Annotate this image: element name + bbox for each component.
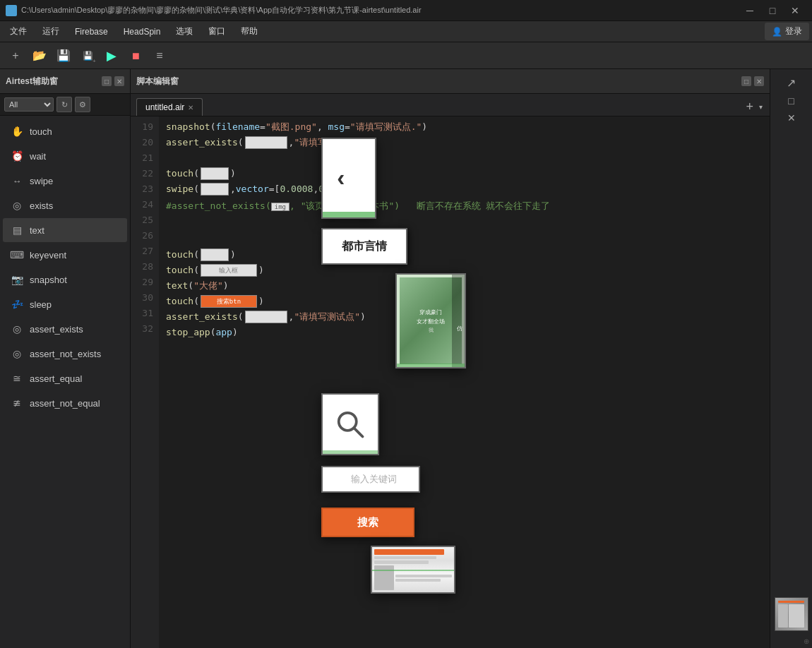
sidebar-item-assert-equal[interactable]: ≅ assert_equal <box>3 366 127 390</box>
close-button[interactable]: ✕ <box>784 0 806 21</box>
thumb-line26[interactable] <box>201 248 229 261</box>
wait-label: wait <box>30 151 46 162</box>
line-num-31: 31 <box>131 306 159 321</box>
tab-untitled[interactable]: untitled.air ✕ <box>136 98 203 116</box>
sidebar-item-exists[interactable]: ◎ exists <box>3 193 127 217</box>
fn-touch-22: touch <box>166 166 193 181</box>
stop-app-param: app <box>215 327 232 337</box>
tab-close-button[interactable]: ✕ <box>188 104 193 112</box>
fn-assert-exists-20: assert_exists <box>166 135 238 150</box>
code-line-19: snapshot(filename="截图.png", msg="请填写测试点.… <box>166 119 770 135</box>
line-num-27: 27 <box>131 244 159 259</box>
editor-panel-title: 脚本编辑窗 <box>136 76 179 88</box>
text-icon: ▤ <box>10 223 24 237</box>
fn-stopapp: stop_app <box>166 327 210 337</box>
sidebar-item-assert-not-exists[interactable]: ◎ assert_not_exists <box>3 342 127 366</box>
code-line-20: assert_exists( , "请填写测试点") <box>166 135 770 150</box>
line-numbers: 19 20 21 22 23 24 25 26 27 28 29 30 31 3… <box>131 116 159 648</box>
tab-add-area: + ▾ <box>743 98 764 116</box>
fn-swipe-23: swipe <box>166 181 193 197</box>
stop-button[interactable]: ⏹ <box>126 46 145 66</box>
line-num-25: 25 <box>131 212 159 228</box>
sidebar-item-snapshot[interactable]: 📷 snapshot <box>3 268 127 292</box>
menu-run[interactable]: 运行 <box>35 23 66 40</box>
menu-window[interactable]: 窗口 <box>201 23 232 40</box>
sidebar-item-keyevent[interactable]: ⌨ keyevent <box>3 243 127 267</box>
saveas-button[interactable]: 💾+ <box>78 46 97 66</box>
code-content[interactable]: snapshot(filename="截图.png", msg="请填写测试点.… <box>159 116 770 648</box>
editor-close-button[interactable]: ✕ <box>754 76 764 86</box>
exists-icon: ◎ <box>10 198 24 212</box>
minimize-button[interactable]: ─ <box>739 0 761 21</box>
maximize-button[interactable]: □ <box>761 0 784 21</box>
line-num-29: 29 <box>131 275 159 290</box>
code-line-25 <box>166 232 770 247</box>
thumb-line20[interactable] <box>245 136 287 149</box>
fn-touch-29: touch <box>166 294 193 309</box>
login-area[interactable]: 👤 登录 <box>765 23 809 40</box>
assert-equal-label: assert_equal <box>30 373 82 384</box>
run-button[interactable]: ▶ <box>102 46 121 66</box>
right-panel-btn2[interactable]: □ <box>787 94 795 108</box>
editor-panel-header: 脚本编辑窗 □ ✕ <box>131 69 770 94</box>
right-thumb-image <box>775 597 808 631</box>
sidebar-item-assert-exists[interactable]: ◎ assert_exists <box>3 317 127 341</box>
right-panel-btn1[interactable]: ↗ <box>785 75 797 91</box>
assert-not-exists-icon: ◎ <box>10 347 24 361</box>
touch-label: touch <box>30 126 52 137</box>
sidebar-item-sleep[interactable]: 💤 sleep <box>3 292 127 316</box>
new-button[interactable]: + <box>6 46 25 66</box>
menu-file[interactable]: 文件 <box>3 23 34 40</box>
code-line-22: touch( ) <box>166 166 770 181</box>
sidebar-close-button[interactable]: ✕ <box>114 76 124 86</box>
thumb-line29[interactable]: 搜索btn <box>201 295 257 308</box>
line-num-26: 26 <box>131 228 159 244</box>
menu-headspin[interactable]: HeadSpin <box>117 24 168 40</box>
save-button[interactable]: 💾 <box>54 46 73 66</box>
editor-panel: 脚本编辑窗 □ ✕ untitled.air ✕ + ▾ 19 20 21 <box>131 69 770 648</box>
filter-refresh-button[interactable]: ↻ <box>56 97 72 112</box>
sidebar-items: ✋ touch ⏰ wait ↔ swipe ◎ exists ▤ text ⌨… <box>0 116 130 648</box>
sidebar-item-assert-not-equal[interactable]: ≇ assert_not_equal <box>3 391 127 415</box>
thumb-line30[interactable] <box>245 311 287 323</box>
code-line-21 <box>166 150 770 166</box>
tab-add-button[interactable]: + <box>743 98 756 116</box>
editor-tabs: untitled.air ✕ + ▾ <box>131 94 770 116</box>
menu-bar: 文件 运行 Firebase HeadSpin 选项 窗口 帮助 👤 登录 <box>0 21 812 42</box>
open-button[interactable]: 📂 <box>30 46 49 66</box>
popup-urban-label[interactable]: 都市言情 <box>321 228 407 265</box>
filter-select[interactable]: All <box>4 97 54 112</box>
code-line-comment: #assert_not_exists(img, "该页面不存在这本书") 断言不… <box>166 197 770 216</box>
menu-options[interactable]: 选项 <box>169 23 200 40</box>
code-line-31: stop_app(app) <box>166 325 770 340</box>
line-num-19: 19 <box>131 119 159 135</box>
sidebar-float-button[interactable]: □ <box>102 76 112 86</box>
editor-float-button[interactable]: □ <box>741 76 751 86</box>
fn-snapshot: snapshot <box>166 121 210 132</box>
right-panel-thumbnail[interactable] <box>775 597 808 631</box>
code-line-23: swipe( , vector=[0.0008, 0.0007]) <box>166 181 770 197</box>
filter-settings-button[interactable]: ⚙ <box>75 97 90 112</box>
menu-help[interactable]: 帮助 <box>234 23 265 40</box>
line-num-32: 32 <box>131 321 159 337</box>
assert-not-equal-label: assert_not_equal <box>30 398 100 409</box>
sidebar-item-swipe[interactable]: ↔ swipe <box>3 169 127 193</box>
menu-firebase[interactable]: Firebase <box>68 24 115 40</box>
sidebar-item-text[interactable]: ▤ text <box>3 218 127 242</box>
code-line-26: touch( ) <box>166 247 770 263</box>
fn-assert-30: assert_exists <box>166 309 238 325</box>
sidebar-title: Airtest辅助窗 <box>6 76 58 88</box>
sidebar-item-touch[interactable]: ✋ touch <box>3 119 127 143</box>
tab-dropdown-button[interactable]: ▾ <box>758 102 764 112</box>
touch-icon: ✋ <box>10 124 24 138</box>
sidebar-item-wait[interactable]: ⏰ wait <box>3 144 127 168</box>
thumb-line27[interactable]: 输入框 <box>201 264 257 277</box>
tab-name: untitled.air <box>145 102 184 112</box>
thumb-line23[interactable] <box>201 183 229 196</box>
code-line-27: touch( 输入框 ) <box>166 263 770 278</box>
thumb-line22[interactable] <box>201 167 229 180</box>
comment-text: #assert_not_exists(img, "该页面不存在这本书") 断言不… <box>166 200 550 211</box>
right-panel-btn3[interactable]: ✕ <box>786 111 797 125</box>
menu-toggle-button[interactable]: ≡ <box>150 46 169 66</box>
code-line-30: assert_exists( , "请填写测试点") <box>166 309 770 325</box>
